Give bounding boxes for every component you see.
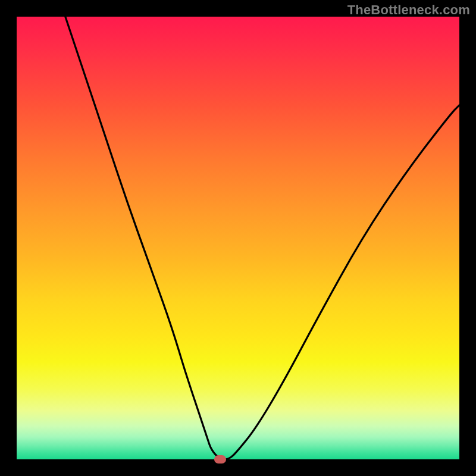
curve-path xyxy=(65,17,459,459)
optimal-marker xyxy=(214,455,226,464)
chart-frame: TheBottleneck.com xyxy=(0,0,476,476)
bottleneck-curve xyxy=(17,17,459,459)
plot-area xyxy=(17,17,459,459)
watermark: TheBottleneck.com xyxy=(347,2,470,18)
